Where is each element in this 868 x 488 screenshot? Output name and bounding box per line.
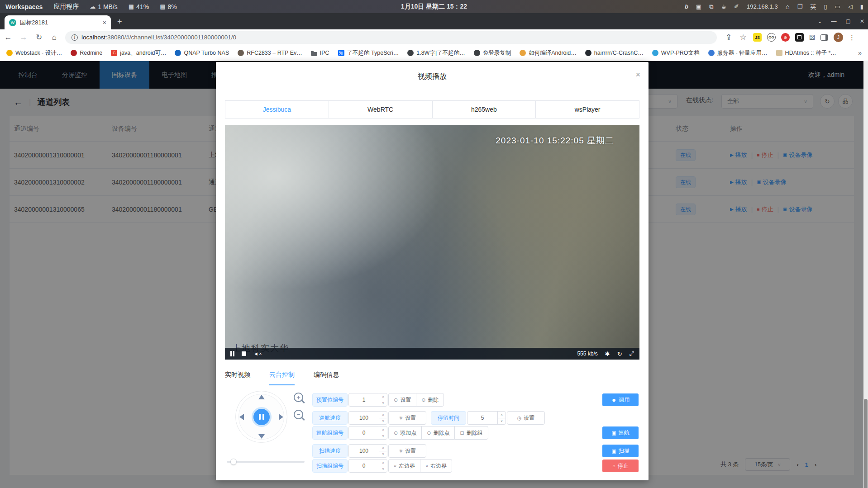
applications-menu[interactable]: 应用程序	[53, 3, 79, 11]
ptz-center-button[interactable]	[252, 407, 272, 427]
scan-group-input[interactable]: 0 ∧∨	[348, 459, 387, 473]
bookmark-item[interactable]: QNAP Turbo NAS	[175, 50, 229, 56]
spinner-down-icon[interactable]: ∨	[379, 400, 387, 407]
extension-blocker-icon[interactable]: ⊘	[781, 33, 790, 42]
extension-oo-icon[interactable]: OO	[767, 33, 776, 42]
display-icon[interactable]: ▭	[835, 3, 840, 10]
bookmark-item[interactable]: HDAtmos :: 种子 *…	[776, 49, 836, 57]
bookmark-item[interactable]: 知了不起的 TypeScri…	[338, 49, 399, 57]
scan-start-button[interactable]: ▣扫描	[602, 445, 639, 457]
scan-speed-set-button[interactable]: ✳设置	[388, 444, 426, 458]
spinner-up-icon[interactable]: ∧	[379, 393, 387, 400]
ip-address[interactable]: 192.168.1.3	[747, 3, 778, 10]
tab-search-icon[interactable]: ⌄	[818, 18, 822, 24]
tab-codec-info[interactable]: 编码信息	[314, 371, 339, 385]
site-info-icon[interactable]: i	[72, 34, 78, 41]
delete-point-button[interactable]: ⊙删除点	[421, 426, 455, 440]
tab-webrtc[interactable]: WebRTC	[329, 101, 432, 118]
spinner-down-icon[interactable]: ∨	[498, 418, 506, 425]
bookmark-item[interactable]: 免登录复制	[474, 49, 511, 57]
bookmark-item[interactable]: WVP-PRO文档	[652, 49, 700, 57]
bookmark-star-icon[interactable]: ☆	[739, 33, 748, 42]
fullscreen-icon[interactable]: ⤢	[630, 350, 634, 357]
forward-icon[interactable]: →	[19, 33, 28, 42]
cruise-group-input[interactable]: 0 ∧∨	[348, 426, 387, 440]
spinner-up-icon[interactable]: ∧	[379, 412, 387, 418]
input-language[interactable]: 英	[810, 3, 816, 11]
tab-close-icon[interactable]: ×	[103, 19, 106, 26]
spinner-down-icon[interactable]: ∨	[379, 418, 387, 425]
profile-avatar[interactable]: J	[834, 33, 843, 42]
window-maximize-icon[interactable]: ▢	[846, 18, 851, 24]
clipboard-icon[interactable]: ⧉	[709, 3, 713, 10]
url-field[interactable]: i localhost:38080/#/channelList/34020000…	[65, 31, 717, 44]
spinner-down-icon[interactable]: ∨	[379, 451, 387, 458]
tab-jessibuca[interactable]: Jessibuca	[225, 101, 329, 118]
workspaces-button[interactable]: Workspaces	[5, 3, 43, 10]
stay-time-input[interactable]: 5 ∧∨	[467, 411, 506, 425]
ptz-left-icon[interactable]	[239, 414, 244, 420]
scan-speed-input[interactable]: 100 ∧∨	[348, 444, 387, 458]
window-badge-icon[interactable]: ▣	[696, 3, 701, 10]
volume-icon[interactable]: ◁	[848, 3, 853, 10]
preset-delete-button[interactable]: ⊙删除	[416, 393, 444, 407]
add-point-button[interactable]: ⊙添加点	[388, 426, 422, 440]
extension-js-icon[interactable]: JS	[753, 33, 762, 42]
bookmark-item[interactable]: Cjava、android可…	[111, 49, 166, 57]
spinner-down-icon[interactable]: ∨	[379, 466, 387, 473]
back-icon[interactable]: ←	[4, 33, 13, 42]
browser-tab[interactable]: W 国标28181 ×	[5, 15, 111, 29]
home-button-icon[interactable]: ⌂	[50, 33, 59, 42]
zoom-out-button[interactable]: −	[294, 410, 303, 419]
ptz-direction-pad[interactable]	[235, 391, 287, 443]
bookmark-item[interactable]: IPC	[311, 50, 329, 56]
dialog-close-icon[interactable]: ×	[635, 70, 640, 80]
phone-icon[interactable]: ▯	[824, 3, 827, 10]
stop-button[interactable]	[242, 351, 246, 356]
zoom-in-button[interactable]: ＋	[294, 393, 303, 402]
app-indicator-icon[interactable]: b	[685, 3, 688, 10]
ptz-speed-slider[interactable]	[227, 461, 305, 463]
window-close-icon[interactable]: ✕	[860, 18, 864, 24]
bookmark-item[interactable]: 如何编译Android…	[520, 49, 577, 57]
video-player[interactable]: 2023-01-10 15:22:05 星期二 上地科实大华 ◄✕ 555 kb…	[225, 125, 639, 360]
preset-number-input[interactable]: 1 ∧∨	[348, 393, 387, 407]
tab-h265web[interactable]: h265web	[432, 101, 536, 118]
preset-set-button[interactable]: ⊙设置	[388, 393, 416, 407]
new-tab-button[interactable]: +	[117, 17, 122, 27]
clock[interactable]: 1月10日 星期二 15：22	[401, 3, 467, 11]
browser-scrollbar[interactable]	[863, 61, 868, 488]
stay-time-set-button[interactable]: ◷设置	[507, 411, 545, 425]
pause-button[interactable]	[230, 351, 234, 356]
extensions-puzzle-icon[interactable]: ⚄	[809, 33, 815, 42]
browser-menu-icon[interactable]: ⋮	[849, 33, 855, 42]
tab-wsplayer[interactable]: wsPlayer	[535, 101, 639, 118]
coffee-icon[interactable]: ☕	[721, 3, 726, 10]
share-icon[interactable]: ⇪	[724, 33, 733, 42]
ptz-up-icon[interactable]	[258, 395, 265, 399]
picker-icon[interactable]: ✐	[734, 3, 739, 10]
ptz-right-icon[interactable]	[279, 414, 283, 420]
window-minimize-icon[interactable]: —	[831, 18, 837, 24]
left-bound-button[interactable]: «左边界	[388, 459, 420, 473]
bookmark-item[interactable]: hairrrrr/C-CrashC…	[585, 50, 644, 56]
cruise-speed-input[interactable]: 100 ∧∨	[348, 411, 387, 425]
mute-icon[interactable]: ◄✕	[253, 351, 262, 356]
spinner-up-icon[interactable]: ∧	[379, 460, 387, 466]
bookmark-item[interactable]: RFC2833 – RTP Ev…	[238, 50, 302, 56]
scrollbar-thumb[interactable]	[864, 399, 868, 488]
cruise-speed-set-button[interactable]: ✳设置	[388, 411, 426, 425]
settings-aperture-icon[interactable]: ✱	[605, 351, 610, 357]
extension-square-icon[interactable]	[795, 33, 804, 42]
home-icon[interactable]: ⌂	[786, 3, 790, 10]
bookmark-item[interactable]: 1.8W字|了不起的…	[407, 49, 465, 57]
spinner-up-icon[interactable]: ∧	[379, 426, 387, 433]
spinner-down-icon[interactable]: ∨	[379, 433, 387, 440]
slider-knob[interactable]	[230, 459, 237, 465]
cruise-start-button[interactable]: ▣巡航	[602, 426, 639, 439]
reload-stream-icon[interactable]: ↻	[617, 351, 622, 357]
bookmarks-overflow-icon[interactable]: »	[858, 49, 862, 57]
side-panel-icon[interactable]	[820, 34, 828, 41]
ptz-stop-button[interactable]: ○停止	[602, 460, 639, 472]
bookmark-item[interactable]: Webstack - 设计…	[6, 49, 62, 57]
